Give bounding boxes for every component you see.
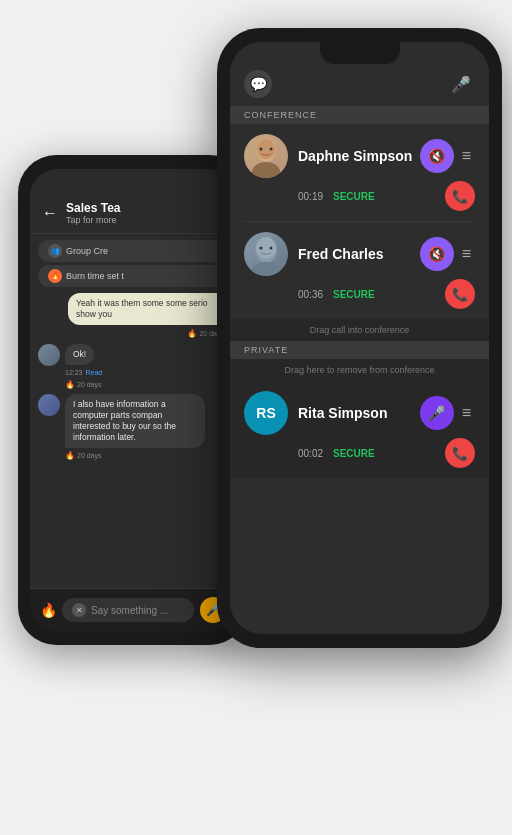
- rita-menu-button[interactable]: ≡: [458, 400, 475, 426]
- back-button[interactable]: ←: [42, 204, 58, 222]
- participant-rita-name: Rita Simpson: [298, 405, 420, 421]
- avatar-user2: [38, 394, 60, 416]
- daphne-timer: 00:19: [298, 191, 323, 202]
- rita-sub-row: 00:02 SECURE 📞: [244, 435, 475, 468]
- chat-timestamp-left-1: 12:23 Read: [65, 369, 228, 376]
- chat-bubble-left-1: Ok!: [65, 344, 94, 365]
- participant-rita: RS Rita Simpson 🎤 ≡ 00:02 SECURE 📞: [230, 381, 489, 478]
- notch: [320, 42, 400, 64]
- fred-mute-button[interactable]: 🔇: [420, 237, 454, 271]
- drag-remove-hint: Drag here to remove from conference: [230, 359, 489, 381]
- avatar-user1: [38, 344, 60, 366]
- flame-button[interactable]: 🔥: [40, 602, 57, 618]
- rita-timer: 00:02: [298, 448, 323, 459]
- chat-header: ← Sales Tea Tap for more: [30, 169, 236, 234]
- private-section: PRIVATE Drag here to remove from confere…: [230, 341, 489, 478]
- burn-icon-3: 🔥: [65, 451, 75, 460]
- conference-screen: 💬 🎤 CONFERENCE: [230, 42, 489, 634]
- svg-point-8: [260, 247, 263, 250]
- daphne-secure: SECURE: [333, 191, 375, 202]
- back-phone: ← Sales Tea Tap for more 👥 Group Cre 🔥 B…: [18, 155, 248, 645]
- daphne-mute-icon: 🔇: [428, 148, 445, 164]
- input-placeholder: Say something ...: [91, 605, 168, 616]
- burn-pill-label: Burn time set t: [66, 271, 124, 281]
- chat-timestamp-1: 🔥 20 days: [38, 329, 228, 338]
- participant-fred-row: Fred Charles 🔇 ≡: [244, 232, 475, 276]
- rita-secure: SECURE: [333, 448, 375, 459]
- svg-point-4: [270, 148, 273, 151]
- daphne-end-icon: 📞: [452, 189, 468, 204]
- fred-face-svg: [244, 232, 288, 276]
- chat-input-bar: 🔥 ✕ Say something ... 🎤: [30, 588, 236, 631]
- participant-rita-row: RS Rita Simpson 🎤 ≡: [244, 391, 475, 435]
- clear-button[interactable]: ✕: [72, 603, 86, 617]
- participant-fred-name: Fred Charles: [298, 246, 420, 262]
- chat-subtitle: Tap for more: [66, 215, 224, 225]
- app-icon: 💬: [244, 70, 272, 98]
- burn-icon-1: 🔥: [187, 329, 197, 338]
- burn-pill[interactable]: 🔥 Burn time set t: [38, 265, 228, 287]
- chat-bubble-right-1: Yeah it was them some some serio show yo…: [68, 293, 228, 325]
- group-pill-label: Group Cre: [66, 246, 108, 256]
- fred-mute-icon: 🔇: [428, 246, 445, 262]
- header-mic-button[interactable]: 🎤: [447, 70, 475, 98]
- chat-input-field[interactable]: ✕ Say something ...: [62, 598, 194, 622]
- daphne-face-svg: [244, 134, 288, 178]
- fred-secure: SECURE: [333, 289, 375, 300]
- participant-daphne-row: Daphne Simpson 🔇 ≡: [244, 134, 475, 178]
- rita-end-call-button[interactable]: 📞: [445, 438, 475, 468]
- svg-point-9: [270, 247, 273, 250]
- group-pill[interactable]: 👥 Group Cre: [38, 240, 228, 262]
- chat-body: 👥 Group Cre 🔥 Burn time set t Yeah it wa…: [30, 234, 236, 471]
- daphne-sub-row: 00:19 SECURE 📞: [244, 178, 475, 211]
- rita-mic-icon: 🎤: [428, 405, 445, 421]
- read-receipt: Read: [86, 369, 103, 376]
- chat-bubble-left-2: I also have information a computer parts…: [65, 394, 205, 448]
- rita-mute-button[interactable]: 🎤: [420, 396, 454, 430]
- daphne-menu-button[interactable]: ≡: [458, 143, 475, 169]
- chat-row-3: I also have information a computer parts…: [38, 394, 228, 448]
- fred-end-call-button[interactable]: 📞: [445, 279, 475, 309]
- chat-title-area: Sales Tea Tap for more: [66, 201, 224, 225]
- svg-point-6: [252, 262, 280, 276]
- svg-point-7: [256, 237, 276, 259]
- group-icon: 👥: [48, 244, 62, 258]
- svg-point-3: [260, 148, 263, 151]
- chat-row-2: Ok!: [38, 344, 228, 366]
- fred-timer: 00:36: [298, 289, 323, 300]
- header-mic-icon: 🎤: [451, 75, 471, 94]
- participant-daphne-name: Daphne Simpson: [298, 148, 420, 164]
- avatar-rita: RS: [244, 391, 288, 435]
- svg-point-1: [252, 162, 280, 178]
- conference-section-label: CONFERENCE: [230, 106, 489, 124]
- participant-daphne: Daphne Simpson 🔇 ≡ 00:19 SECURE 📞: [230, 124, 489, 221]
- chat-subtimestamp-1: 🔥 20 days: [65, 380, 228, 389]
- burn-icon-2: 🔥: [65, 380, 75, 389]
- private-section-label: PRIVATE: [230, 341, 489, 359]
- drag-into-hint: Drag call into conference: [230, 319, 489, 341]
- rita-end-icon: 📞: [452, 446, 468, 461]
- fred-menu-button[interactable]: ≡: [458, 241, 475, 267]
- chat-timestamp-left-2: 🔥 20 days: [65, 451, 228, 460]
- avatar-fred: [244, 232, 288, 276]
- fred-sub-row: 00:36 SECURE 📞: [244, 276, 475, 309]
- participant-fred: Fred Charles 🔇 ≡ 00:36 SECURE 📞: [230, 222, 489, 319]
- front-phone: 💬 🎤 CONFERENCE: [217, 28, 502, 648]
- daphne-mute-button[interactable]: 🔇: [420, 139, 454, 173]
- app-logo-icon: 💬: [250, 76, 267, 92]
- avatar-daphne: [244, 134, 288, 178]
- chat-screen: ← Sales Tea Tap for more 👥 Group Cre 🔥 B…: [30, 169, 236, 631]
- flame-pill-icon: 🔥: [48, 269, 62, 283]
- daphne-end-call-button[interactable]: 📞: [445, 181, 475, 211]
- chat-title: Sales Tea: [66, 201, 224, 215]
- fred-end-icon: 📞: [452, 287, 468, 302]
